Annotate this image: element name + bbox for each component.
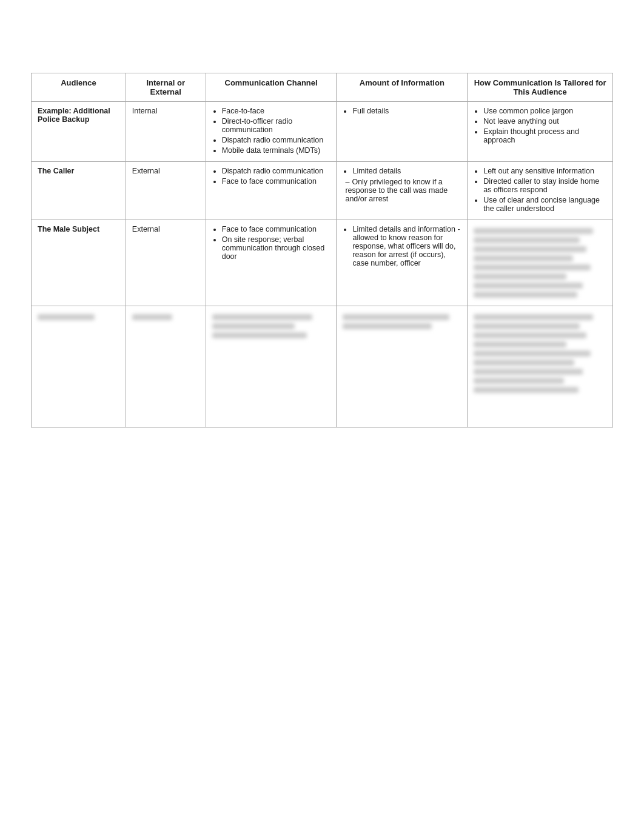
header-channel: Communication Channel: [206, 73, 337, 102]
list-item: Limited details and information - allowe…: [352, 225, 461, 267]
row4-how-blurred: [474, 314, 606, 393]
list-item: Not leave anything out: [483, 117, 606, 126]
row1-how: Use common police jargon Not leave anyth…: [468, 102, 613, 162]
row4-amount-blurred: [343, 314, 461, 329]
header-how: How Communication Is Tailored for This A…: [468, 73, 613, 102]
row4-amount: [337, 306, 468, 428]
row3-how-blurred: [474, 228, 606, 298]
header-amount: Amount of Information: [337, 73, 468, 102]
row4-internal-blurred: [132, 314, 200, 320]
list-item: Left out any sensitive information: [483, 167, 606, 175]
row1-audience-label: Example: Additional Police Backup: [38, 107, 110, 124]
row1-amount: Full details: [337, 102, 468, 162]
row2-amount: Limited details –Only privileged to know…: [337, 162, 468, 220]
row2-internal: External: [126, 162, 206, 220]
row1-internal: Internal: [126, 102, 206, 162]
list-item: Dispatch radio communication: [222, 136, 330, 144]
list-item: Full details: [352, 107, 461, 115]
row4-how: [468, 306, 613, 428]
table-row: [32, 306, 613, 428]
list-item: Limited details: [352, 167, 461, 175]
list-item: Face-to-face: [222, 107, 330, 115]
row3-audience: The Male Subject: [32, 220, 126, 306]
row2-channel: Dispatch radio communication Face to fac…: [206, 162, 337, 220]
table-row: The Caller External Dispatch radio commu…: [32, 162, 613, 220]
row2-amount-extra: –Only privileged to know if a response t…: [343, 178, 461, 203]
row3-audience-label: The Male Subject: [38, 225, 99, 233]
row3-channel: Face to face communication On site respo…: [206, 220, 337, 306]
row4-audience: [32, 306, 126, 428]
list-item: Use common police jargon: [483, 107, 606, 115]
header-audience: Audience: [32, 73, 126, 102]
row4-internal: [126, 306, 206, 428]
table-row: The Male Subject External Face to face c…: [32, 220, 613, 306]
row2-audience: The Caller: [32, 162, 126, 220]
list-item: Use of clear and concise language the ca…: [483, 196, 606, 213]
row3-internal: External: [126, 220, 206, 306]
row4-channel: [206, 306, 337, 428]
list-item: Dispatch radio communication: [222, 167, 330, 175]
list-item: Explain thought process and approach: [483, 127, 606, 144]
row1-channel: Face-to-face Direct-to-officer radio com…: [206, 102, 337, 162]
row3-amount: Limited details and information - allowe…: [337, 220, 468, 306]
list-item: Mobile data terminals (MDTs): [222, 146, 330, 155]
row1-audience: Example: Additional Police Backup: [32, 102, 126, 162]
list-item: Face to face communication: [222, 177, 330, 186]
main-table-wrapper: Audience Internal or External Communicat…: [31, 73, 613, 428]
header-internal: Internal or External: [126, 73, 206, 102]
row4-channel-blurred: [212, 314, 330, 338]
row2-audience-label: The Caller: [38, 167, 74, 175]
list-item: Face to face communication: [222, 225, 330, 233]
table-row: Example: Additional Police Backup Intern…: [32, 102, 613, 162]
list-item: Directed caller to stay inside home as o…: [483, 177, 606, 194]
row3-how: [468, 220, 613, 306]
row4-audience-blurred: [38, 314, 119, 320]
list-item: On site response; verbal communication t…: [222, 235, 330, 261]
row2-how: Left out any sensitive information Direc…: [468, 162, 613, 220]
list-item: Direct-to-officer radio communication: [222, 117, 330, 134]
communication-table: Audience Internal or External Communicat…: [31, 73, 613, 428]
